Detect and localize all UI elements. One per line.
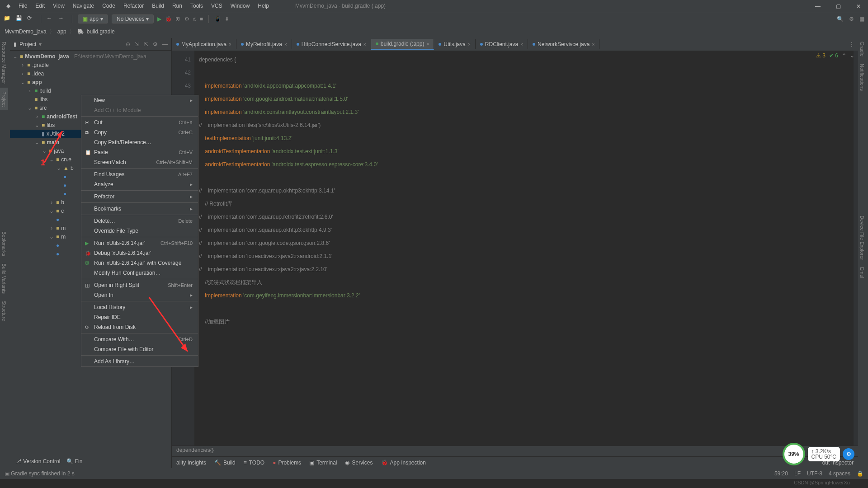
ctx-cut[interactable]: ✂CutCtrl+X <box>81 117 198 127</box>
ctx-copy-path[interactable]: Copy Path/Reference… <box>81 137 198 147</box>
strip-structure[interactable]: Structure <box>0 297 8 325</box>
ctx-delete[interactable]: Delete…Delete <box>81 216 198 226</box>
attach-icon[interactable]: ⎋ <box>193 16 196 22</box>
ctx-reload[interactable]: ⟳Reload from Disk <box>81 322 198 332</box>
perf-widget[interactable]: 39% ↑ 3.2K/sCPU 50°C ⚙ <box>783 443 854 465</box>
tool-version-control[interactable]: ⎇ Version Control <box>15 458 60 465</box>
tab-myretrofit[interactable]: MyRetrofit.java× <box>236 39 292 49</box>
tab-rdclient[interactable]: RDClient.java× <box>476 39 528 49</box>
strip-device-explorer[interactable]: Device File Explorer <box>858 212 866 263</box>
ctx-history[interactable]: Local History▸ <box>81 302 198 312</box>
menu-edit[interactable]: Edit <box>32 1 48 10</box>
status-lf[interactable]: LF <box>794 470 801 477</box>
sdk-icon[interactable]: ⬇ <box>225 16 229 22</box>
tool-build[interactable]: 🔨 Build <box>214 460 236 466</box>
sidebar-title[interactable]: Project <box>19 41 36 47</box>
maximize-icon[interactable]: ▢ <box>832 2 844 11</box>
tab-build-gradle[interactable]: build.gradle (:app)× <box>371 39 434 50</box>
status-pos[interactable]: 59:20 <box>774 470 788 477</box>
tool-find[interactable]: 🔍 Fin <box>66 458 82 465</box>
minimize-icon[interactable]: — <box>811 2 824 11</box>
tool-problems[interactable]: ● Problems <box>273 460 301 466</box>
crumb-module[interactable]: app <box>57 28 66 35</box>
ctx-modify-run[interactable]: Modify Run Configuration… <box>81 268 198 278</box>
collapse-icon[interactable]: ⇱ <box>144 41 148 47</box>
ctx-add-library[interactable]: Add As Library… <box>81 357 198 366</box>
strip-gradle[interactable]: Gradle <box>858 38 866 60</box>
profile-icon[interactable]: ⚙ <box>184 16 189 22</box>
tab-myapplication[interactable]: MyApplication.java× <box>172 39 236 49</box>
ctx-compare-file[interactable]: Compare File with Editor <box>81 344 198 354</box>
menu-vcs[interactable]: VCS <box>208 1 226 10</box>
close-icon[interactable]: ✕ <box>853 2 864 11</box>
ctx-debug[interactable]: 🐞Debug 'xUtils-2.6.14.jar' <box>81 248 198 258</box>
back-icon[interactable]: ← <box>47 15 55 23</box>
tool-app-inspection[interactable]: 🐞 App Inspection <box>381 460 426 466</box>
ctx-find-usages[interactable]: Find UsagesAlt+F7 <box>81 169 198 179</box>
structure-icon[interactable]: ▦ <box>859 16 864 22</box>
device-combo[interactable]: No Devices ▾ <box>112 14 154 23</box>
menu-file[interactable]: File <box>15 1 31 10</box>
perf-settings-icon[interactable]: ⚙ <box>843 448 854 460</box>
strip-emulator[interactable]: Emul <box>858 263 866 282</box>
menu-view[interactable]: View <box>49 1 68 10</box>
strip-notifications[interactable]: Notifications <box>858 60 866 94</box>
tool-todo[interactable]: ≡ TODO <box>244 460 264 466</box>
tab-httpconnect[interactable]: HttpConnectService.java× <box>292 39 371 49</box>
ctx-copy[interactable]: ⧉CopyCtrl+C <box>81 127 198 137</box>
status-lock-icon[interactable]: 🔒 <box>857 470 863 477</box>
inspection-badge[interactable]: ⚠ 3 ✔ 6 ⌃⌄ <box>816 52 854 59</box>
tool-services[interactable]: ◉ Services <box>345 460 373 466</box>
run-config-combo[interactable]: ▣app▾ <box>78 14 108 23</box>
debug-icon[interactable]: 🐞 <box>165 16 172 22</box>
ctx-bookmarks[interactable]: Bookmarks▸ <box>81 204 198 214</box>
open-icon[interactable]: 📁 <box>4 15 12 23</box>
tool-terminal[interactable]: ▣ Terminal <box>309 460 337 466</box>
code-area[interactable]: 41424344 dependencies { implementation '… <box>172 51 858 446</box>
menu-build[interactable]: Build <box>148 1 168 10</box>
menu-window[interactable]: Window <box>227 1 254 10</box>
coverage-icon[interactable]: ⛨ <box>175 16 181 22</box>
error-stripe[interactable] <box>854 51 858 446</box>
editor-breadcrumb[interactable]: dependencies{} <box>172 446 858 456</box>
strip-bookmarks[interactable]: Bookmarks <box>0 228 8 260</box>
ctx-repair[interactable]: Repair IDE <box>81 312 198 322</box>
ctx-refactor[interactable]: Refactor▸ <box>81 192 198 202</box>
search-icon[interactable]: 🔍 <box>837 16 844 22</box>
ctx-open-in[interactable]: Open In▸ <box>81 290 198 300</box>
select-opened-icon[interactable]: ⊙ <box>126 41 130 47</box>
crumb-file[interactable]: build.gradle <box>87 28 115 35</box>
tab-network[interactable]: NetworkServivce.java× <box>528 39 599 49</box>
menu-refactor[interactable]: Refactor <box>120 1 147 10</box>
ctx-analyze[interactable]: Analyze▸ <box>81 179 198 189</box>
save-icon[interactable]: 💾 <box>15 15 24 23</box>
status-indent[interactable]: 4 spaces <box>829 470 850 477</box>
tab-utils[interactable]: Utils.java× <box>434 39 476 49</box>
forward-icon[interactable]: → <box>58 15 66 23</box>
run-icon[interactable]: ▶ <box>157 16 161 22</box>
menu-help[interactable]: Help <box>254 1 273 10</box>
strip-build-variants[interactable]: Build Variants <box>0 260 8 297</box>
crumb-project[interactable]: MvvmDemo_java <box>5 28 47 35</box>
tool-insights[interactable]: ality Insights <box>176 460 206 466</box>
menu-run[interactable]: Run <box>169 1 186 10</box>
stop-icon[interactable]: ■ <box>200 16 203 22</box>
ctx-paste[interactable]: 📋PasteCtrl+V <box>81 147 198 157</box>
expand-icon[interactable]: ⇲ <box>135 41 139 47</box>
ctx-split[interactable]: ◫Open in Right SplitShift+Enter <box>81 280 198 290</box>
ctx-new[interactable]: New▸ <box>81 95 198 105</box>
settings-icon[interactable]: ⚙ <box>849 16 854 22</box>
ctx-override[interactable]: Override File Type <box>81 226 198 236</box>
gear-icon[interactable]: ⚙ <box>153 41 158 47</box>
menu-code[interactable]: Code <box>99 1 119 10</box>
ctx-compare[interactable]: Compare With…Ctrl+D <box>81 334 198 344</box>
menu-navigate[interactable]: Navigate <box>69 1 98 10</box>
source[interactable]: dependencies { implementation 'androidx.… <box>194 51 858 446</box>
ctx-run[interactable]: ▶Run 'xUtils-2.6.14.jar'Ctrl+Shift+F10 <box>81 238 198 248</box>
sync-icon[interactable]: ⟳ <box>27 15 35 23</box>
ctx-coverage[interactable]: ⛨Run 'xUtils-2.6.14.jar' with Coverage <box>81 258 198 268</box>
strip-resource[interactable]: Resource Manager <box>0 38 8 88</box>
hide-icon[interactable]: — <box>162 41 168 47</box>
menu-tools[interactable]: Tools <box>187 1 207 10</box>
ctx-screenmatch[interactable]: ScreenMatchCtrl+Alt+Shift+M <box>81 157 198 167</box>
